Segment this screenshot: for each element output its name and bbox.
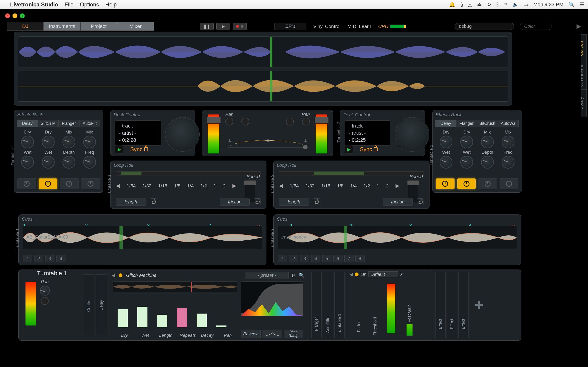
tt1-mute[interactable] [41,297,49,305]
siri-icon[interactable]: § [460,2,463,8]
waveform-deck1[interactable] [18,36,508,67]
tab-project[interactable]: Project [80,22,117,31]
limiter-power-icon[interactable] [355,273,359,276]
mute-2[interactable] [286,118,294,125]
pitch-ramp[interactable]: PitchRanfp [284,330,303,338]
effect-strip-1[interactable]: Effect [435,272,446,338]
forward-icon[interactable]: ▶ [577,23,581,30]
cue1-btn-4[interactable]: 4 [56,255,65,262]
fx1-power-4[interactable] [81,178,100,189]
spotlight-icon[interactable]: 🔍 [569,2,575,8]
add-effect-button[interactable]: ✚ [473,300,485,311]
fx2-power-4[interactable] [500,178,519,189]
turntable1-strip-2[interactable]: Turntable 1 [334,272,345,338]
play-button[interactable]: ▶ [216,23,230,30]
cue2-btn-8[interactable]: 8 [355,255,364,262]
debug-field[interactable]: debug [455,23,514,30]
knob-mix-2[interactable] [83,135,96,148]
app-name[interactable]: Livetronica Studio [10,1,58,8]
channel-fader-2[interactable] [316,115,327,153]
loop-2[interactable]: 2 [223,183,225,189]
crossfader[interactable]: ⬇⬇⬇ [228,138,308,152]
fx-tab-flanger[interactable]: Flanger [59,120,79,127]
control-strip[interactable]: Control [83,274,95,336]
jog-wheel-2[interactable] [395,117,429,152]
volume-icon[interactable]: 🔈 [512,2,519,8]
deck2-sync[interactable]: Sync [360,146,378,152]
bluetooth-icon[interactable]: ᛒ [496,2,499,8]
vinyl-control[interactable]: Vinyl Control [313,24,341,29]
wifi-icon[interactable]: ⌔ [504,2,507,8]
record-button[interactable] [233,23,247,30]
loop1-next[interactable]: ▶ [233,183,236,189]
cue2-btn-2[interactable]: 2 [289,255,298,262]
loop2-bar[interactable] [279,171,424,175]
loop2-length-power[interactable]: ⏻ [313,198,320,205]
battery-icon[interactable]: ▭ [523,2,528,8]
fx-tab-glitch[interactable]: Glitch M [38,120,59,127]
cue2-btn-4[interactable]: 4 [311,255,320,262]
knob-wet-2[interactable] [42,156,55,169]
fx2-power-1[interactable] [436,178,455,189]
limiter-preset[interactable]: Default [368,271,398,277]
fx2-power-2[interactable] [457,178,476,189]
bar-pan[interactable] [216,325,226,327]
menu-help[interactable]: Help [105,1,117,8]
pause-button[interactable]: ❚❚ [200,23,214,30]
fx2-knob-5[interactable] [440,156,452,169]
loop2-friction-btn[interactable]: friction [383,198,413,206]
menu-icon[interactable]: ☰ [580,2,584,8]
midi-learn[interactable]: MIDI Learn [347,24,372,29]
bar-wet[interactable] [137,307,147,327]
notification-icon[interactable]: 🔔 [449,2,455,8]
loop-1-8[interactable]: 1/8 [174,183,181,189]
loop1-prev[interactable]: ◀ [116,183,120,189]
fx2-knob-2[interactable] [460,135,473,148]
fx-tab-delay[interactable]: Delay [17,120,38,127]
knob-depth[interactable] [62,156,75,169]
preset-save-icon[interactable]: ⎘ [292,273,295,278]
deck1-play[interactable]: ▶ [115,145,123,153]
effect-strip-2[interactable]: Effect [447,272,457,338]
knob-dry-2[interactable] [42,135,55,148]
flanger-strip[interactable]: Flanger [311,272,321,338]
fx2-tab-flanger[interactable]: Flanger [456,120,477,127]
delay-strip[interactable]: Delay [95,274,107,336]
timemachine-icon[interactable]: ↻ [487,2,491,8]
loop1-length-btn[interactable]: length [116,198,146,206]
fx2-tab-autowa[interactable]: AutoWa [498,120,519,127]
cue1-btn-3[interactable]: 3 [45,255,54,262]
loop-1[interactable]: 1 [214,183,216,189]
preset-selector[interactable]: - preset - [245,272,289,278]
knob-dry-1[interactable] [21,135,34,148]
fx2-knob-7[interactable] [481,156,494,169]
loop2-next[interactable]: ▶ [396,183,399,189]
minimize-window[interactable]: − [12,13,17,18]
glitch-waveform[interactable] [113,282,237,292]
loop1-friction-power[interactable]: ⏻ [254,198,261,205]
fx1-power-2[interactable] [39,178,58,189]
cue2-btn-5[interactable]: 5 [322,255,331,262]
knob-freq[interactable] [83,156,96,169]
loop-1-4[interactable]: 1/4 [187,183,194,189]
deck2-play[interactable]: ▶ [345,145,353,153]
loop1-bar[interactable] [116,171,261,175]
drive-icon[interactable]: △ [468,2,472,8]
loop2-friction-power[interactable]: ⏻ [417,198,424,205]
tab-dj[interactable]: DJ [7,22,44,31]
cue2-btn-1[interactable]: 1 [278,255,287,262]
glitch-prev[interactable]: ◀ [112,273,115,278]
fx2-tab-bitcrush[interactable]: BitCrush [477,120,498,127]
fx2-power-3[interactable] [478,178,497,189]
knob-wet-1[interactable] [21,156,34,169]
menu-options[interactable]: Options [80,1,99,8]
autofilter-strip[interactable]: AutoFilter [323,272,333,338]
menu-file[interactable]: File [65,1,73,8]
knob-mix-1[interactable] [62,135,75,148]
cue2-btn-3[interactable]: 3 [300,255,309,262]
airplay-icon[interactable]: ⏏ [477,2,482,8]
pan-knob-2[interactable] [302,118,310,125]
fx2-knob-8[interactable] [502,156,515,169]
cue1-btn-1[interactable]: 1 [23,255,32,262]
fx1-power-1[interactable] [17,178,36,189]
